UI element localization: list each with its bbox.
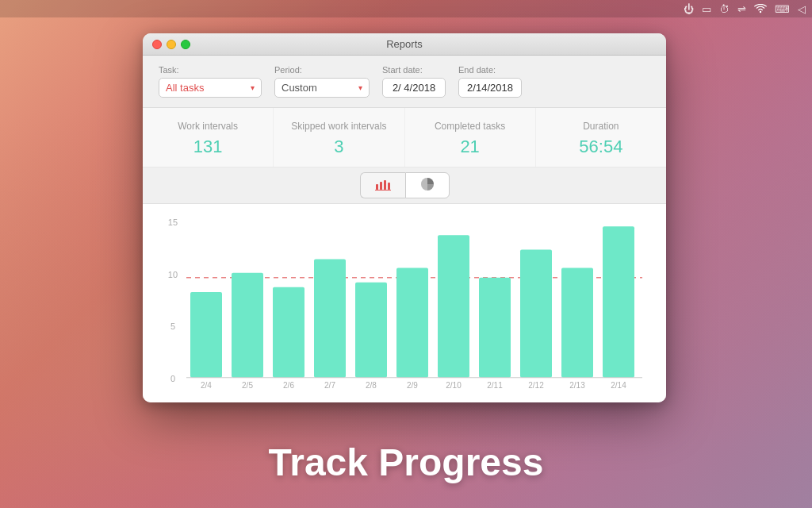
task-dropdown[interactable]: All tasks ▾ (159, 78, 262, 98)
end-date-control: End date: 2/14/2018 (458, 65, 522, 98)
svg-rect-2 (380, 182, 382, 190)
svg-rect-22 (396, 268, 428, 378)
bar-chart-toggle[interactable] (360, 172, 405, 198)
svg-rect-26 (479, 278, 511, 378)
traffic-lights (152, 40, 190, 49)
svg-rect-28 (520, 249, 552, 377)
wifi-icon (754, 4, 767, 13)
maximize-button[interactable] (181, 40, 190, 49)
stat-duration: Duration 56:54 (536, 108, 666, 167)
keyboard-icon: ⌨ (775, 3, 790, 15)
battery-icon: ⇌ (737, 3, 746, 15)
task-control: Task: All tasks ▾ (159, 65, 262, 98)
time-icon: ⏱ (719, 3, 730, 15)
svg-text:2/5: 2/5 (242, 381, 253, 390)
pie-chart-icon (420, 177, 435, 194)
minimize-button[interactable] (167, 40, 176, 49)
menubar: ⏻ ▭ ⏱ ⇌ ⌨ ◁ (0, 0, 812, 17)
svg-text:2/14: 2/14 (611, 381, 626, 390)
controls-bar: Task: All tasks ▾ Period: Custom ▾ Start… (143, 56, 666, 108)
toggle-bar (143, 167, 666, 204)
period-label: Period: (274, 65, 370, 75)
stat-work-intervals: Work intervals 131 (143, 108, 274, 167)
svg-text:0: 0 (170, 374, 175, 383)
period-dropdown[interactable]: Custom ▾ (274, 78, 370, 98)
end-date-input[interactable]: 2/14/2018 (458, 78, 522, 98)
svg-text:2/4: 2/4 (201, 381, 212, 390)
chart-area: 0 5 10 15 2/4 2/5 2/6 2/7 2/8 (143, 204, 666, 402)
start-date-label: Start date: (382, 65, 446, 75)
power-icon: ⏻ (684, 3, 694, 15)
bar-chart-icon (375, 178, 391, 193)
stat-work-intervals-value: 131 (193, 137, 223, 157)
task-label: Task: (159, 65, 262, 75)
svg-rect-20 (355, 283, 387, 378)
reports-window: Reports Task: All tasks ▾ Period: Custom… (143, 33, 666, 402)
svg-text:2/7: 2/7 (324, 381, 335, 390)
svg-rect-18 (314, 260, 346, 378)
svg-rect-32 (603, 226, 634, 378)
stat-duration-value: 56:54 (579, 137, 622, 157)
bottom-section: Track Progress (0, 441, 812, 484)
svg-rect-16 (273, 287, 304, 378)
titlebar: Reports (143, 33, 666, 56)
svg-rect-12 (190, 292, 222, 378)
stats-row: Work intervals 131 Skipped work interval… (143, 108, 666, 167)
svg-text:5: 5 (170, 321, 175, 331)
stat-skipped-intervals: Skipped work intervals 3 (274, 108, 404, 167)
svg-text:15: 15 (168, 217, 178, 227)
svg-text:2/9: 2/9 (407, 381, 418, 390)
task-dropdown-arrow: ▾ (251, 83, 255, 92)
stat-skipped-value: 3 (334, 137, 343, 157)
window-title: Reports (386, 38, 423, 50)
start-date-input[interactable]: 2/ 4/2018 (382, 78, 446, 98)
end-date-label: End date: (458, 65, 522, 75)
task-dropdown-value: All tasks (166, 82, 204, 94)
svg-rect-14 (232, 273, 263, 378)
svg-rect-30 (561, 268, 593, 378)
svg-text:2/10: 2/10 (446, 381, 462, 390)
svg-text:2/11: 2/11 (487, 381, 503, 390)
period-control: Period: Custom ▾ (274, 65, 370, 98)
start-date-control: Start date: 2/ 4/2018 (382, 65, 446, 98)
svg-point-0 (760, 11, 761, 13)
svg-rect-3 (384, 180, 386, 190)
svg-text:2/13: 2/13 (569, 381, 585, 390)
stat-skipped-label: Skipped work intervals (291, 121, 386, 132)
bar-chart: 0 5 10 15 2/4 2/5 2/6 2/7 2/8 (159, 214, 650, 390)
pie-chart-toggle[interactable] (405, 172, 450, 198)
svg-rect-1 (376, 184, 378, 190)
stat-completed-tasks: Completed tasks 21 (405, 108, 536, 167)
period-dropdown-arrow: ▾ (358, 83, 362, 92)
stat-completed-label: Completed tasks (435, 121, 505, 132)
svg-text:2/8: 2/8 (366, 381, 377, 390)
svg-text:10: 10 (168, 270, 178, 279)
bottom-title: Track Progress (269, 441, 544, 483)
svg-rect-4 (388, 183, 390, 190)
stat-work-intervals-label: Work intervals (178, 121, 238, 132)
svg-text:2/6: 2/6 (283, 381, 294, 390)
stat-completed-value: 21 (460, 137, 479, 157)
airplay-icon: ▭ (702, 3, 711, 15)
volume-icon: ◁ (798, 3, 806, 15)
period-dropdown-value: Custom (282, 82, 317, 94)
svg-rect-24 (438, 235, 469, 378)
close-button[interactable] (152, 40, 162, 49)
stat-duration-label: Duration (583, 121, 619, 132)
svg-text:2/12: 2/12 (528, 381, 544, 390)
